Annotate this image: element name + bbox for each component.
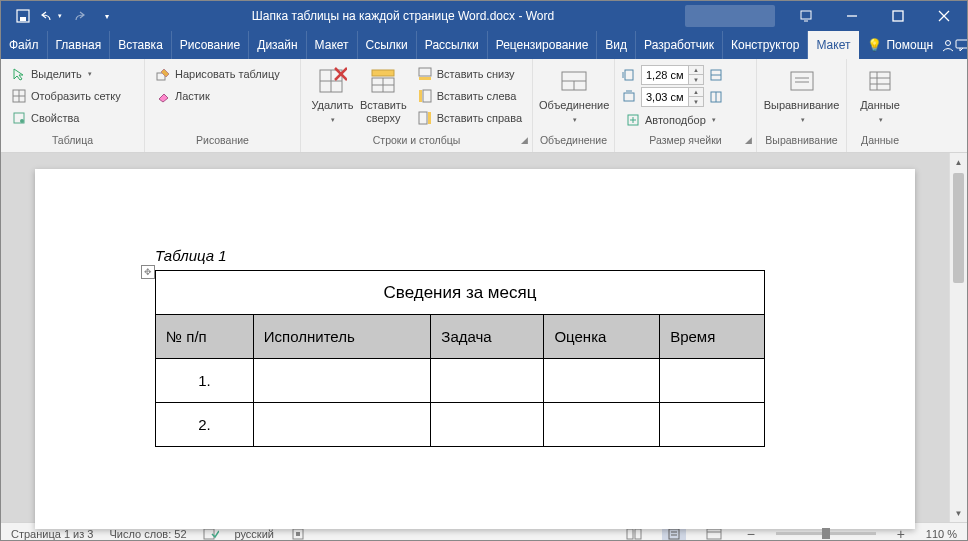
- close-icon[interactable]: [921, 1, 967, 31]
- save-icon[interactable]: [9, 2, 37, 30]
- tab-дизайн[interactable]: Дизайн: [249, 31, 306, 59]
- svg-rect-36: [624, 93, 634, 101]
- maximize-icon[interactable]: [875, 1, 921, 31]
- table-header-cell[interactable]: Время: [660, 315, 765, 359]
- tab-рецензирование[interactable]: Рецензирование: [488, 31, 598, 59]
- col-width-input[interactable]: [641, 87, 689, 107]
- svg-rect-27: [419, 90, 422, 102]
- spin-down-icon[interactable]: ▼: [689, 75, 703, 84]
- dialog-launcher-icon[interactable]: ◢: [521, 135, 528, 145]
- zoom-knob[interactable]: [822, 528, 830, 539]
- tab-макет[interactable]: Макет: [307, 31, 358, 59]
- status-words[interactable]: Число слов: 52: [109, 528, 186, 540]
- share-icon[interactable]: [941, 31, 955, 59]
- table-cell[interactable]: 2.: [156, 403, 254, 447]
- select-button[interactable]: Выделить▾: [7, 63, 125, 85]
- tab-рассылки[interactable]: Рассылки: [417, 31, 488, 59]
- properties-icon: [11, 110, 27, 126]
- tab-разработчик[interactable]: Разработчик: [636, 31, 723, 59]
- insert-below-label: Вставить снизу: [437, 68, 515, 80]
- eraser-icon: [155, 88, 171, 104]
- table-header-cell[interactable]: Оценка: [544, 315, 660, 359]
- svg-rect-43: [870, 72, 890, 90]
- table-caption[interactable]: Таблица 1: [155, 247, 915, 264]
- table-header-cell[interactable]: Исполнитель: [253, 315, 431, 359]
- svg-rect-40: [791, 72, 813, 90]
- insert-below-button[interactable]: Вставить снизу: [413, 63, 526, 85]
- table-cell[interactable]: [660, 359, 765, 403]
- autofit-button[interactable]: Автоподбор▾: [621, 109, 724, 131]
- minimize-icon[interactable]: [829, 1, 875, 31]
- tab-файл[interactable]: Файл: [1, 31, 48, 59]
- document-page: Таблица 1 ✥ Сведения за месяц№ п/пИсполн…: [35, 169, 915, 529]
- tab-главная[interactable]: Главная: [48, 31, 111, 59]
- ribbon-options-icon[interactable]: [783, 1, 829, 31]
- scroll-up-icon[interactable]: ▲: [950, 153, 967, 171]
- table-cell[interactable]: [544, 359, 660, 403]
- tab-конструктор[interactable]: Конструктор: [723, 31, 808, 59]
- table-cell[interactable]: [660, 403, 765, 447]
- table-title-cell[interactable]: Сведения за месяц: [156, 271, 765, 315]
- table-cell[interactable]: [431, 403, 544, 447]
- row-height-input[interactable]: [641, 65, 689, 85]
- tab-макет[interactable]: Макет: [808, 31, 859, 59]
- tab-ссылки[interactable]: Ссылки: [358, 31, 417, 59]
- merge-button[interactable]: Объединение▾: [539, 63, 609, 134]
- svg-rect-25: [419, 77, 431, 80]
- comments-icon[interactable]: [955, 31, 968, 59]
- document-table[interactable]: Сведения за месяц№ п/пИсполнительЗадачаО…: [155, 270, 765, 447]
- zoom-slider[interactable]: [776, 532, 876, 535]
- svg-rect-2: [801, 11, 811, 19]
- svg-rect-50: [627, 529, 633, 539]
- table-header-cell[interactable]: № п/п: [156, 315, 254, 359]
- svg-rect-52: [669, 529, 679, 539]
- eraser-button[interactable]: Ластик: [151, 85, 284, 107]
- scroll-down-icon[interactable]: ▼: [950, 504, 967, 522]
- undo-icon[interactable]: ▾: [37, 2, 65, 30]
- spin-up-icon[interactable]: ▲: [689, 88, 703, 97]
- delete-button[interactable]: Удалить▾: [307, 63, 358, 134]
- svg-rect-4: [893, 11, 903, 21]
- status-language[interactable]: русский: [235, 528, 274, 540]
- vertical-scrollbar[interactable]: ▲ ▼: [949, 153, 967, 522]
- distribute-rows-icon[interactable]: [708, 67, 724, 83]
- table-cell[interactable]: 1.: [156, 359, 254, 403]
- table-cell[interactable]: [253, 403, 431, 447]
- group-draw-label: Рисование: [196, 134, 249, 146]
- group-data-label: Данные: [861, 134, 899, 146]
- alignment-button[interactable]: Выравнивание▾: [763, 63, 840, 134]
- insert-above-button[interactable]: Вставить сверху: [358, 63, 409, 134]
- distribute-cols-icon[interactable]: [708, 89, 724, 105]
- merge-label: Объединение: [539, 99, 609, 111]
- svg-point-13: [20, 119, 24, 123]
- tab-рисование[interactable]: Рисование: [172, 31, 249, 59]
- insert-right-button[interactable]: Вставить справа: [413, 107, 526, 129]
- insert-right-icon: [417, 110, 433, 126]
- draw-table-button[interactable]: Нарисовать таблицу: [151, 63, 284, 85]
- table-cell[interactable]: [253, 359, 431, 403]
- svg-rect-24: [419, 68, 431, 76]
- col-width-icon: [621, 89, 637, 105]
- zoom-value[interactable]: 110 %: [926, 528, 957, 540]
- delete-label: Удалить: [311, 99, 353, 111]
- data-button[interactable]: Данные▾: [853, 63, 907, 134]
- table-header-cell[interactable]: Задача: [431, 315, 544, 359]
- table-move-handle-icon[interactable]: ✥: [141, 265, 155, 279]
- scroll-thumb[interactable]: [953, 173, 964, 283]
- view-gridlines-button[interactable]: Отобразить сетку: [7, 85, 125, 107]
- status-page[interactable]: Страница 1 из 3: [11, 528, 93, 540]
- signin-placeholder[interactable]: [685, 5, 775, 27]
- table-cell[interactable]: [544, 403, 660, 447]
- insert-left-button[interactable]: Вставить слева: [413, 85, 526, 107]
- properties-button[interactable]: Свойства: [7, 107, 125, 129]
- tab-вид[interactable]: Вид: [597, 31, 636, 59]
- table-cell[interactable]: [431, 359, 544, 403]
- spin-up-icon[interactable]: ▲: [689, 66, 703, 75]
- redo-icon[interactable]: [65, 2, 93, 30]
- qat-customize-icon[interactable]: ▾: [93, 2, 121, 30]
- dialog-launcher-icon[interactable]: ◢: [745, 135, 752, 145]
- autofit-icon: [625, 112, 641, 128]
- spin-down-icon[interactable]: ▼: [689, 97, 703, 106]
- tab-вставка[interactable]: Вставка: [110, 31, 172, 59]
- tell-me-button[interactable]: 💡Помощн: [859, 31, 941, 59]
